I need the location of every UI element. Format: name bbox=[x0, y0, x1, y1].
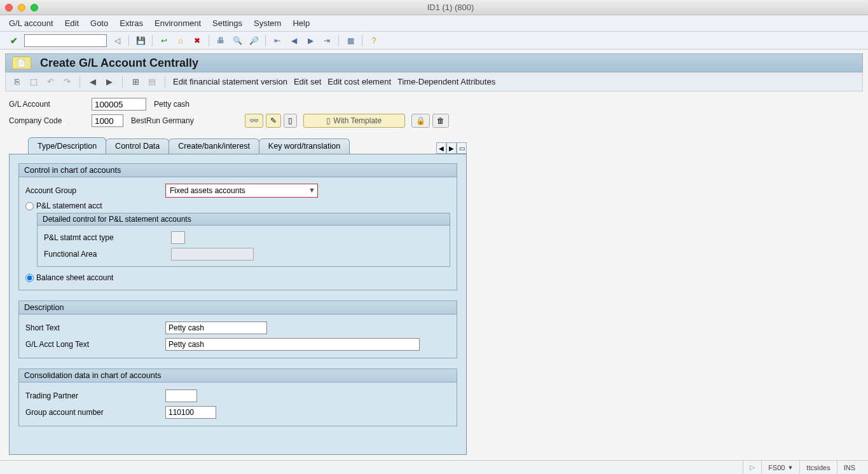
trading-partner-label: Trading Partner bbox=[25, 391, 165, 400]
command-field[interactable] bbox=[24, 34, 107, 47]
undo-icon[interactable]: ↶ bbox=[45, 77, 55, 87]
status-tcode[interactable]: FS00 ▼ bbox=[761, 461, 799, 474]
tab-body: Control in chart of accounts Account Gro… bbox=[9, 154, 467, 455]
other-object-icon[interactable]: ⎘ bbox=[12, 77, 22, 87]
group-account-label: Group account number bbox=[25, 408, 165, 417]
tab-scroll-right[interactable]: ▶ bbox=[446, 142, 457, 154]
pl-statement-label: P&L statement acct bbox=[36, 201, 102, 210]
company-code-input[interactable] bbox=[92, 114, 123, 127]
menu-system[interactable]: System bbox=[254, 18, 281, 28]
menu-edit[interactable]: Edit bbox=[65, 18, 79, 28]
doc-button[interactable]: ▯ bbox=[284, 114, 297, 128]
gl-account-desc: Petty cash bbox=[154, 100, 189, 109]
page-header-icon: 📄 bbox=[12, 57, 31, 69]
list-icon[interactable]: ▤ bbox=[147, 77, 157, 87]
cancel-icon[interactable]: ✖ bbox=[191, 34, 203, 47]
titlebar: ID1 (1) (800) bbox=[0, 0, 868, 15]
tab-control-data[interactable]: Control Data bbox=[106, 139, 169, 154]
menu-environment[interactable]: Environment bbox=[155, 18, 201, 28]
tab-type-description[interactable]: Type/Description bbox=[28, 137, 106, 154]
lock-button[interactable]: 🔒 bbox=[411, 114, 430, 128]
subgroup-pl-detail: Detailed control for P&L statement accou… bbox=[37, 213, 450, 267]
hierarchy-icon[interactable]: ⬚ bbox=[29, 77, 39, 87]
template-icon: ▯ bbox=[326, 116, 331, 125]
balance-sheet-label: Balance sheet account bbox=[36, 273, 113, 282]
pl-type-input[interactable] bbox=[171, 231, 185, 244]
subgroup-pl-detail-title: Detailed control for P&L statement accou… bbox=[38, 213, 450, 226]
display-icon-button[interactable]: 👓 bbox=[245, 114, 263, 128]
tree-icon[interactable]: ⊞ bbox=[130, 77, 141, 87]
next-page-icon[interactable]: ▶ bbox=[304, 34, 317, 47]
group-description-title: Description bbox=[19, 301, 457, 315]
tab-scroll-left[interactable]: ◀ bbox=[436, 142, 446, 154]
long-text-input[interactable] bbox=[165, 338, 420, 351]
company-code-label: Company Code bbox=[9, 116, 92, 125]
window-title: ID1 (1) (800) bbox=[38, 3, 863, 12]
prev-page-icon[interactable]: ◀ bbox=[287, 34, 300, 47]
edit-fin-stmt-button[interactable]: Edit financial statement version bbox=[173, 77, 287, 86]
group-control-chart-title: Control in chart of accounts bbox=[19, 164, 457, 177]
find-next-icon[interactable]: 🔎 bbox=[247, 34, 260, 47]
menu-extras[interactable]: Extras bbox=[120, 18, 143, 28]
pl-statement-radio[interactable] bbox=[25, 202, 34, 210]
delete-button[interactable]: 🗑 bbox=[432, 114, 449, 128]
functional-area-input[interactable] bbox=[171, 248, 254, 261]
functional-area-label: Functional Area bbox=[44, 250, 171, 259]
balance-sheet-radio[interactable] bbox=[25, 274, 34, 282]
statusbar: ▷ FS00 ▼ ttcsides INS bbox=[0, 460, 868, 474]
back-icon[interactable]: ↩ bbox=[158, 34, 170, 47]
group-description: Description Short Text G/L Acct Long Tex… bbox=[18, 301, 457, 358]
first-page-icon[interactable]: ⇤ bbox=[271, 34, 284, 47]
help-icon[interactable]: ? bbox=[368, 34, 380, 47]
zoom-window-button[interactable] bbox=[31, 4, 38, 11]
menu-settings[interactable]: Settings bbox=[212, 18, 242, 28]
account-group-label: Account Group bbox=[25, 186, 165, 195]
enter-icon[interactable]: ✔ bbox=[8, 34, 20, 47]
edit-cost-element-button[interactable]: Edit cost element bbox=[327, 77, 391, 86]
gl-account-input[interactable] bbox=[92, 98, 146, 111]
redo-icon[interactable]: ↷ bbox=[62, 77, 72, 87]
prev-icon[interactable]: ◀ bbox=[88, 77, 98, 87]
status-nav[interactable]: ▷ bbox=[743, 461, 761, 474]
group-consolidation: Consolidation data in chart of accounts … bbox=[18, 369, 457, 426]
trading-partner-input[interactable] bbox=[165, 389, 197, 402]
account-group-select[interactable]: Fixed assets accounts bbox=[165, 184, 318, 198]
pl-type-label: P&L statmt acct type bbox=[44, 233, 171, 242]
time-dependent-button[interactable]: Time-Dependent Attributes bbox=[397, 77, 495, 86]
page-title: Create G/L Account Centrally bbox=[40, 57, 198, 70]
group-account-input[interactable] bbox=[165, 406, 216, 419]
exit-icon[interactable]: ⌂ bbox=[174, 34, 187, 47]
menu-goto[interactable]: Goto bbox=[90, 18, 108, 28]
status-mode: INS bbox=[837, 461, 862, 474]
page-header: 📄 Create G/L Account Centrally bbox=[5, 53, 863, 72]
last-page-icon[interactable]: ⇥ bbox=[320, 34, 333, 47]
minimize-window-button[interactable] bbox=[18, 4, 25, 11]
close-window-button[interactable] bbox=[5, 4, 13, 11]
menubar: G/L account Edit Goto Extras Environment… bbox=[0, 15, 868, 32]
tab-strip: Type/Description Control Data Create/ban… bbox=[9, 137, 467, 154]
group-control-chart: Control in chart of accounts Account Gro… bbox=[18, 163, 457, 290]
save-icon[interactable]: 💾 bbox=[134, 34, 147, 47]
print-icon[interactable]: 🖶 bbox=[214, 34, 227, 47]
chevron-down-icon: ▼ bbox=[787, 464, 793, 471]
menu-help[interactable]: Help bbox=[293, 18, 310, 28]
tab-scroll-list[interactable]: ▭ bbox=[457, 142, 467, 154]
tab-create-bank-interest[interactable]: Create/bank/interest bbox=[169, 139, 259, 154]
with-template-button[interactable]: ▯ With Template bbox=[303, 114, 405, 128]
menu-gl-account[interactable]: G/L account bbox=[9, 18, 53, 28]
tab-keyword-translation[interactable]: Key word/translation bbox=[259, 139, 350, 154]
next-icon[interactable]: ▶ bbox=[104, 77, 114, 87]
with-template-label: With Template bbox=[333, 116, 382, 125]
short-text-input[interactable] bbox=[165, 322, 267, 334]
history-dropdown-icon[interactable]: ◁ bbox=[111, 34, 123, 47]
new-session-icon[interactable]: ▦ bbox=[344, 34, 357, 47]
edit-icon-button[interactable]: ✎ bbox=[266, 114, 281, 128]
status-user: ttcsides bbox=[799, 461, 836, 474]
short-text-label: Short Text bbox=[25, 323, 165, 332]
application-toolbar: ⎘ ⬚ ↶ ↷ ◀ ▶ ⊞ ▤ Edit financial statement… bbox=[5, 72, 863, 91]
triangle-right-icon: ▷ bbox=[750, 463, 755, 471]
find-icon[interactable]: 🔍 bbox=[231, 34, 244, 47]
company-code-desc: BestRun Germany bbox=[131, 116, 194, 125]
edit-set-button[interactable]: Edit set bbox=[294, 77, 321, 86]
gl-account-label: G/L Account bbox=[9, 100, 92, 109]
